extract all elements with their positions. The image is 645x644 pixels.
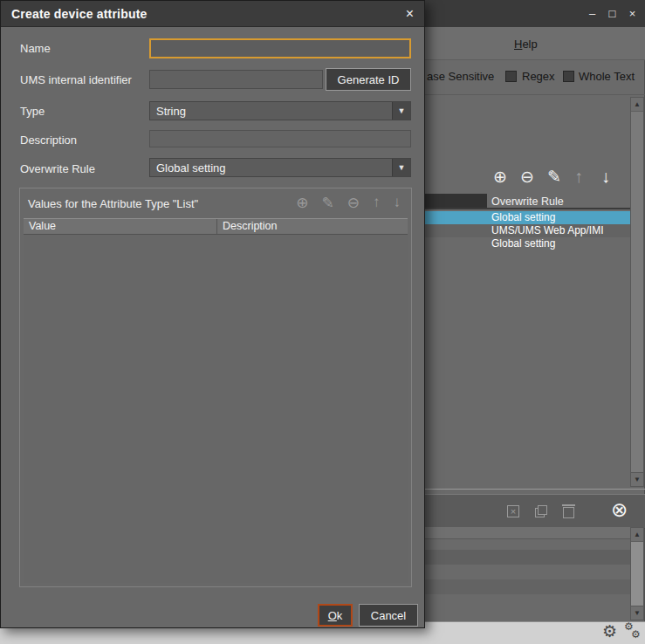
create-device-attribute-dialog: Create device attribute × Name UMS inter… [0, 0, 425, 628]
chevron-down-icon[interactable]: ▼ [392, 159, 410, 176]
generate-id-label: Generate ID [338, 73, 400, 86]
move-down-icon[interactable]: ↓ [601, 168, 610, 185]
regex-checkbox[interactable] [505, 71, 517, 82]
delete-icon[interactable] [563, 507, 574, 518]
overwrite-rule-select-value: Global setting [156, 161, 226, 175]
minimize-icon[interactable]: – [587, 7, 598, 20]
copy-icon[interactable] [535, 505, 547, 517]
column-header-value[interactable]: Value [24, 219, 217, 234]
scroll-up-button[interactable]: ▲ [631, 528, 643, 542]
ok-button[interactable]: Ok [318, 604, 353, 627]
remove-icon[interactable]: ⊖ [520, 168, 534, 185]
dialog-titlebar[interactable]: Create device attribute × [1, 1, 424, 27]
list-item[interactable]: Global setting [425, 211, 631, 224]
case-sensitive-label: ase Sensitive [427, 71, 494, 83]
type-select[interactable]: String ▼ [149, 101, 411, 120]
edit-icon[interactable]: ✎ [547, 168, 561, 185]
cancel-button[interactable]: Cancel [359, 604, 418, 627]
table-row [425, 579, 630, 594]
whole-text-label: Whole Text [579, 71, 635, 83]
values-table-header: Value Description [24, 218, 408, 235]
ums-identifier-input[interactable] [149, 70, 323, 89]
move-up-icon[interactable]: ↑ [574, 168, 583, 185]
help-menu[interactable]: Help [514, 38, 538, 51]
name-label: Name [20, 43, 51, 55]
close-icon[interactable]: × [406, 6, 414, 22]
column-header-partial [425, 194, 487, 208]
scroll-down-button[interactable]: ▼ [631, 606, 643, 620]
values-group-toolbar: ⊕ ✎ ⊖ ↑ ↓ [296, 194, 401, 212]
remove-icon[interactable]: ⊖ [347, 194, 360, 212]
chevron-down-icon[interactable]: ▼ [392, 102, 410, 120]
type-select-value: String [156, 105, 186, 118]
edit-icon[interactable]: ✎ [322, 194, 334, 212]
column-header-label: Overwrite Rule [491, 195, 564, 208]
description-input[interactable] [149, 130, 411, 147]
values-group-title: Values for the Attribute Type "List" [28, 197, 198, 210]
scrollbar-thumb[interactable] [631, 541, 643, 607]
settings-gear-icon[interactable]: ⚙ [602, 623, 617, 640]
description-label: Description [20, 134, 77, 147]
ums-identifier-label: UMS internal identifier [20, 74, 132, 86]
type-label: Type [20, 106, 45, 118]
values-group: Values for the Attribute Type "List" ⊕ ✎… [19, 188, 412, 587]
bottom-vertical-scrollbar[interactable]: ▲ ▼ [630, 527, 644, 620]
clear-selection-icon[interactable]: × [507, 505, 519, 517]
cancel-label: Cancel [371, 609, 406, 622]
table-row [425, 550, 630, 565]
maximize-icon[interactable]: □ [607, 7, 618, 20]
regex-label: Regex [522, 71, 555, 83]
window-controls: – □ × [587, 7, 638, 20]
move-down-icon[interactable]: ↓ [394, 194, 401, 212]
values-table-body[interactable] [24, 235, 408, 583]
cancel-circle-icon[interactable]: ⊗ [611, 500, 628, 520]
generate-id-button[interactable]: Generate ID [326, 68, 411, 91]
dialog-title: Create device attribute [11, 7, 148, 21]
scroll-down-button[interactable]: ▼ [631, 472, 643, 486]
splitter[interactable] [425, 489, 645, 490]
scroll-up-button[interactable]: ▲ [631, 98, 643, 112]
background-task-gear-icon[interactable]: ⚙ [631, 629, 641, 640]
list-item[interactable]: Global setting [425, 237, 631, 250]
add-icon[interactable]: ⊕ [296, 194, 308, 212]
panel-divider [425, 94, 645, 95]
vertical-scrollbar[interactable]: ▲ ▼ [630, 97, 644, 487]
whole-text-checkbox[interactable] [563, 71, 574, 82]
close-icon[interactable]: × [627, 7, 638, 20]
column-header-overwrite-rule[interactable]: Overwrite Rule [425, 194, 631, 209]
ok-label: Ok [328, 609, 343, 622]
bottom-table-header [425, 527, 630, 539]
list-item[interactable]: UMS/UMS Web App/IMI [425, 224, 631, 237]
add-icon[interactable]: ⊕ [493, 168, 507, 185]
overwrite-rule-label: Overwrite Rule [20, 163, 95, 175]
scrollbar-thumb[interactable] [631, 111, 643, 473]
overwrite-rule-select[interactable]: Global setting ▼ [149, 158, 411, 177]
name-input[interactable] [149, 38, 411, 58]
move-up-icon[interactable]: ↑ [373, 194, 381, 212]
screen: – □ × Help ase Sensitive Regex Whole Tex… [0, 0, 645, 644]
column-header-description[interactable]: Description [217, 219, 408, 234]
